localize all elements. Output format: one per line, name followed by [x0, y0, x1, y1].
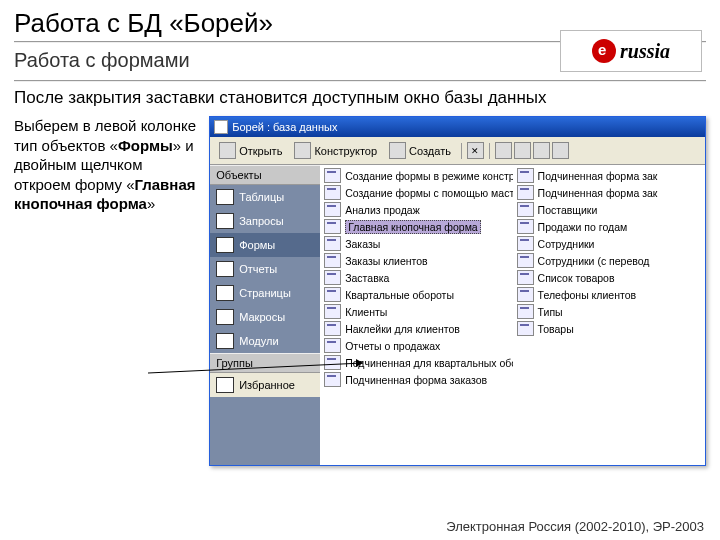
list-item[interactable]: Подчиненная для квартальных оборотов — [320, 354, 512, 371]
sidebar-item-pages[interactable]: Страницы — [210, 281, 320, 305]
form-icon — [324, 321, 341, 336]
form-icon — [324, 219, 341, 234]
form-icon — [517, 236, 534, 251]
list-column-1: Создание формы в режиме конструктораСозд… — [320, 165, 512, 465]
list-item[interactable]: Заказы клиентов — [320, 252, 512, 269]
form-icon — [517, 270, 534, 285]
form-icon — [324, 287, 341, 302]
open-icon — [219, 142, 236, 159]
form-icon — [324, 253, 341, 268]
list-item[interactable]: Подчиненная форма зак — [513, 167, 705, 184]
favorites-icon — [216, 377, 234, 393]
create-icon — [389, 142, 406, 159]
form-icon — [324, 355, 341, 370]
app-icon — [214, 120, 228, 134]
list-item[interactable]: Анализ продаж — [320, 201, 512, 218]
list-item[interactable]: Поставщики — [513, 201, 705, 218]
form-icon — [324, 372, 341, 387]
list-item[interactable]: Товары — [513, 320, 705, 337]
forms-list: Создание формы в режиме конструктораСозд… — [320, 165, 705, 465]
list-item[interactable]: Подчиненная форма заказов — [320, 371, 512, 388]
form-icon — [517, 219, 534, 234]
sidebar-item-reports[interactable]: Отчеты — [210, 257, 320, 281]
form-icon — [324, 304, 341, 319]
sidebar-group-objects: Объекты — [210, 165, 320, 185]
window-titlebar[interactable]: Борей : база данных — [210, 117, 705, 137]
delete-icon[interactable]: ✕ — [467, 142, 484, 159]
separator — [461, 143, 462, 159]
list-item[interactable]: Главная кнопочная форма — [320, 218, 512, 235]
form-icon — [216, 237, 234, 253]
description-text: Выберем в левой колонке тип объектов «Фо… — [14, 116, 203, 466]
russia-logo: russia — [560, 30, 702, 72]
form-icon — [517, 168, 534, 183]
objects-sidebar: Объекты Таблицы Запросы Формы Отчеты Стр… — [210, 165, 320, 465]
list-item[interactable]: Заставка — [320, 269, 512, 286]
list-item[interactable]: Квартальные обороты — [320, 286, 512, 303]
sidebar-group-groups: Группы — [210, 353, 320, 373]
form-icon — [517, 253, 534, 268]
module-icon — [216, 333, 234, 349]
macro-icon — [216, 309, 234, 325]
form-icon — [517, 185, 534, 200]
list-item[interactable]: Создание формы с помощью мастера — [320, 184, 512, 201]
create-button[interactable]: Создать — [384, 140, 456, 161]
sidebar-item-favorites[interactable]: Избранное — [210, 373, 320, 397]
design-icon — [294, 142, 311, 159]
open-button[interactable]: Открыть — [214, 140, 287, 161]
list-item[interactable]: Подчиненная форма зак — [513, 184, 705, 201]
form-icon — [324, 338, 341, 353]
sidebar-item-forms[interactable]: Формы — [210, 233, 320, 257]
globe-icon — [592, 39, 616, 63]
sidebar-item-queries[interactable]: Запросы — [210, 209, 320, 233]
view-details-icon[interactable] — [552, 142, 569, 159]
form-icon — [324, 185, 341, 200]
list-item[interactable]: Сотрудники (с перевод — [513, 252, 705, 269]
form-icon — [517, 321, 534, 336]
query-icon — [216, 213, 234, 229]
list-item[interactable]: Типы — [513, 303, 705, 320]
list-item[interactable]: Список товаров — [513, 269, 705, 286]
list-item[interactable]: Создание формы в режиме конструктора — [320, 167, 512, 184]
toolbar: Открыть Конструктор Создать ✕ — [210, 137, 705, 165]
database-window: Борей : база данных Открыть Конструктор … — [209, 116, 706, 466]
list-item[interactable]: Сотрудники — [513, 235, 705, 252]
form-icon — [324, 236, 341, 251]
page-icon — [216, 285, 234, 301]
view-small-icon[interactable] — [514, 142, 531, 159]
footer-text: Электронная Россия (2002-2010), ЭР-2003 — [446, 519, 704, 534]
list-item[interactable]: Наклейки для клиентов — [320, 320, 512, 337]
list-item[interactable]: Телефоны клиентов — [513, 286, 705, 303]
form-icon — [324, 202, 341, 217]
list-item[interactable]: Клиенты — [320, 303, 512, 320]
list-item[interactable]: Заказы — [320, 235, 512, 252]
list-item[interactable]: Продажи по годам — [513, 218, 705, 235]
form-icon — [517, 304, 534, 319]
form-icon — [324, 168, 341, 183]
design-button[interactable]: Конструктор — [289, 140, 382, 161]
intro-text: После закрытия заставки становится досту… — [14, 88, 706, 108]
table-icon — [216, 189, 234, 205]
window-title: Борей : база данных — [232, 121, 337, 133]
form-icon — [517, 202, 534, 217]
sidebar-item-tables[interactable]: Таблицы — [210, 185, 320, 209]
separator — [489, 143, 490, 159]
sidebar-item-macros[interactable]: Макросы — [210, 305, 320, 329]
report-icon — [216, 261, 234, 277]
divider — [14, 80, 706, 82]
form-icon — [324, 270, 341, 285]
list-column-2: Подчиненная форма закПодчиненная форма з… — [513, 165, 705, 465]
list-item[interactable]: Отчеты о продажах — [320, 337, 512, 354]
view-large-icon[interactable] — [495, 142, 512, 159]
form-icon — [517, 287, 534, 302]
view-list-icon[interactable] — [533, 142, 550, 159]
sidebar-item-modules[interactable]: Модули — [210, 329, 320, 353]
